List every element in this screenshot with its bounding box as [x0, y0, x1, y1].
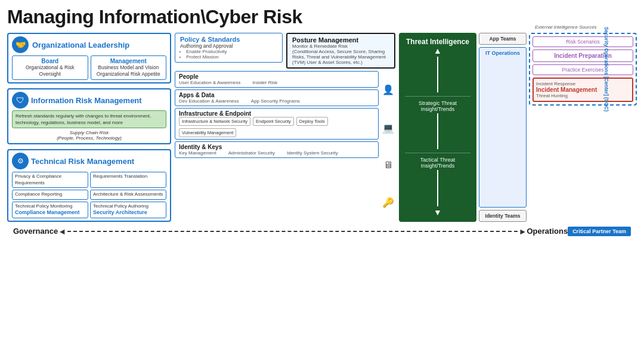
tech-box-architecture: Architecture & Risk Assessments	[90, 190, 166, 199]
info-risk-icon: 🛡	[12, 92, 29, 109]
governance-label: Governance	[13, 227, 58, 236]
infra-sub1: Infrastructure & Network Security	[179, 117, 250, 126]
infra-title: Infrastructure & Endpoint	[179, 110, 374, 117]
identity-keys-domain: Identity & Keys Key Management Administr…	[175, 141, 379, 158]
posture-mgmt-box: Posture Management Monitor & Remediate R…	[286, 33, 395, 69]
tech-risk-header: ⚙ Technical Risk Management	[12, 153, 166, 169]
incident-prep-box: Incident Preparation	[532, 49, 633, 62]
tech-box-policy-authoring-text: Technical Policy Authoring	[93, 203, 163, 209]
tech-box-requirements: Requirements Translation	[90, 172, 166, 188]
mgmt-text1: Business Model and Vision	[95, 64, 163, 71]
board-text: Organizational & Risk Oversight	[16, 64, 84, 78]
bottom-row: Governance ◄ ► Operations Critical Partn…	[7, 224, 637, 239]
ti-arrow-up: ▲	[434, 46, 442, 55]
tech-box-compliance-reporting: Compliance Reporting	[12, 190, 88, 199]
posture-mgmt-detail: (Conditional Access, Secure Score, Shari…	[292, 49, 389, 65]
ops-teams-col: App Teams IT Operations Identity Teams	[479, 33, 527, 222]
info-risk-header: 🛡 Information Risk Management	[12, 92, 166, 109]
threat-intel-strategic: Strategic Threat Insight/Trends	[405, 96, 470, 112]
practice-exercises-label: Practice Exercises	[536, 67, 630, 73]
far-right-area: Threat Intelligence ▲ Strategic Threat I…	[399, 33, 637, 222]
it-ops-label: IT Operations	[482, 50, 524, 56]
supply-chain-area: Supply Chain Risk (People, Process, Tech…	[12, 130, 166, 141]
tech-risk-icon: ⚙	[12, 153, 29, 169]
tech-risk-title: Technical Risk Management	[31, 157, 134, 166]
board-box: Board Organizational & Risk Oversight	[12, 55, 88, 80]
threat-intel-arrows: ▲ Strategic Threat Insight/Trends Tactic…	[405, 46, 470, 217]
org-leadership-section: 🤝 Organizational Leadership Board Organi…	[7, 33, 171, 83]
main-container: Managing Information\Cyber Risk 🤝 Organi…	[0, 0, 644, 362]
incident-mgmt-title: Incident Management	[536, 86, 630, 93]
tech-box-policy-monitoring-text: Technical Policy Monitoring	[15, 203, 85, 209]
tech-box-privacy-text: Privacy & Compliance Requirements	[15, 174, 85, 186]
tech-risk-grid: Privacy & Compliance Requirements Requir…	[12, 172, 166, 218]
dashed-line	[67, 231, 518, 232]
people-sub1: User Education & Awareness	[179, 80, 240, 85]
identity-sub2: Administrator Security	[228, 150, 275, 156]
apps-data-subs: Dev Education & Awareness App Security P…	[179, 98, 374, 104]
threat-intel-box: Threat Intelligence ▲ Strategic Threat I…	[399, 33, 476, 222]
ti-arrow-line1	[437, 57, 438, 92]
critical-partner-badge: Critical Partner Team	[568, 227, 631, 236]
info-risk-section: 🛡 Information Risk Management Refresh st…	[7, 88, 171, 144]
tech-box-requirements-text: Requirements Translation	[93, 174, 163, 180]
operations-label: Operations	[527, 227, 568, 236]
app-teams-box: App Teams	[479, 33, 527, 45]
server-icon: 🖥	[383, 160, 393, 171]
apps-sub2: App Security Programs	[251, 98, 300, 104]
security-arch-label: Security Architecture	[93, 209, 163, 216]
mgmt-title: Management	[95, 58, 163, 64]
identity-title: Identity & Keys	[179, 144, 374, 150]
infra-sub4: Vulnerability Management	[179, 128, 236, 137]
org-leadership-boxes: Board Organizational & Risk Oversight Ma…	[12, 55, 166, 80]
identity-teams-box: Identity Teams	[479, 210, 527, 222]
policy-standards-box: Policy & Standards Authoring and Approva…	[175, 33, 283, 63]
ti-arrow-down: ▼	[434, 208, 442, 217]
apps-data-domain: Apps & Data Dev Education & Awareness Ap…	[175, 89, 379, 106]
risk-scenarios-label: Risk Scenarios	[536, 39, 630, 45]
infra-sub3: Deploy Tools	[296, 117, 328, 126]
infra-endpoint-domain: Infrastructure & Endpoint Infrastructure…	[175, 108, 379, 140]
incident-mgmt-box: Incident Response Incident Management Th…	[532, 78, 633, 102]
policy-standards-title: Policy & Standards	[180, 36, 277, 43]
org-leadership-title: Organizational Leadership	[32, 41, 129, 49]
supply-chain-sub: (People, Process, Technology)	[12, 135, 166, 141]
domains-area: People User Education & Awareness Inside…	[175, 71, 379, 222]
info-risk-title: Information Risk Management	[31, 96, 142, 105]
threat-intel-title: Threat Intelligence	[406, 38, 469, 46]
ext-intel-label: External Intelligence Sources	[535, 24, 597, 30]
laptop-icon: 💻	[382, 122, 394, 134]
identity-sub1: Key Management	[179, 150, 216, 156]
arrow-left-icon: ◄	[58, 227, 66, 236]
tech-box-privacy: Privacy & Compliance Requirements	[12, 172, 88, 188]
practice-exercises-box: Practice Exercises	[532, 64, 633, 75]
arrow-right-icon: ►	[519, 227, 527, 236]
board-title: Board	[16, 58, 84, 64]
infra-subs: Infrastructure & Network Security Endpoi…	[179, 117, 374, 137]
tech-risk-section: ⚙ Technical Risk Management Privacy & Co…	[7, 149, 171, 221]
posture-mgmt-title: Posture Management	[292, 36, 389, 44]
it-ops-box: IT Operations	[479, 47, 527, 208]
soc-wrapper: External Intelligence Sources Security O…	[529, 33, 637, 222]
threat-hunting-label: Threat Hunting	[536, 93, 630, 98]
org-leadership-header: 🤝 Organizational Leadership	[12, 36, 166, 53]
tech-box-policy-monitoring: Technical Policy Monitoring Compliance M…	[12, 202, 88, 218]
ti-arrow-line2	[437, 113, 438, 149]
person-icon: 👤	[382, 84, 394, 95]
soc-column: Security Operations [Center] (SOC) Risk …	[529, 33, 637, 106]
identity-sub3: Identity System Security	[287, 150, 338, 156]
info-risk-note: Refresh standards regularly with changes…	[12, 110, 166, 128]
policy-posture-row: Policy & Standards Authoring and Approva…	[175, 33, 395, 69]
tech-box-policy-authoring: Technical Policy Authoring Security Arch…	[90, 202, 166, 218]
tech-box-compliance-text: Compliance Reporting	[15, 191, 85, 197]
identity-subs: Key Management Administrator Security Id…	[179, 150, 374, 156]
incident-prep-title: Incident Preparation	[535, 52, 630, 59]
apps-data-title: Apps & Data	[179, 92, 374, 98]
soc-label: Security Operations [Center] (SOC)	[603, 27, 609, 112]
policy-standards-sub: Authoring and Approval	[180, 43, 277, 49]
incident-response-label: Incident Response	[536, 81, 630, 86]
management-box: Management Business Model and Vision Org…	[91, 55, 167, 80]
threat-intel-tactical: Tactical Threat Insight/Trends	[405, 153, 470, 169]
domains-with-icons: People User Education & Awareness Inside…	[175, 71, 395, 222]
ps-bullet2: Protect Mission	[186, 54, 277, 60]
